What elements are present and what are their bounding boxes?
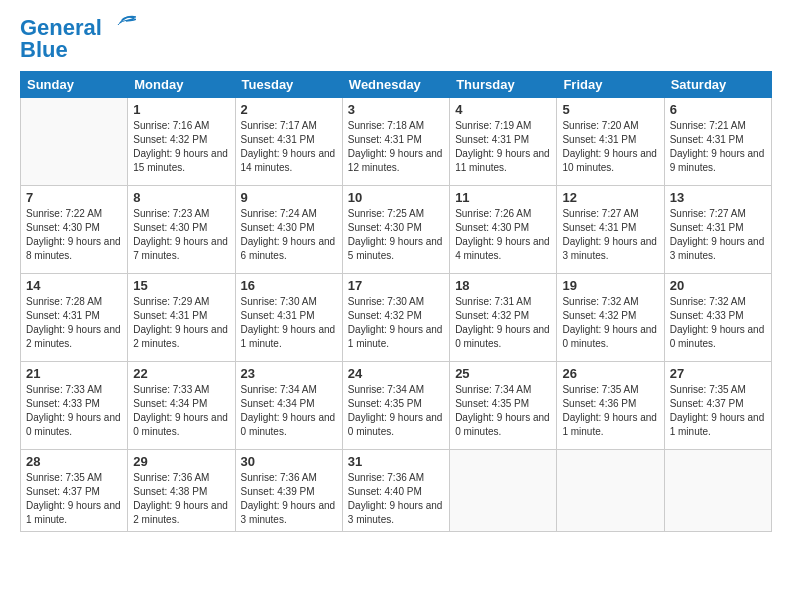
day-info: Sunrise: 7:36 AMSunset: 4:39 PMDaylight:…	[241, 471, 337, 527]
calendar-cell: 29Sunrise: 7:36 AMSunset: 4:38 PMDayligh…	[128, 450, 235, 532]
calendar-cell: 9Sunrise: 7:24 AMSunset: 4:30 PMDaylight…	[235, 186, 342, 274]
calendar-cell	[557, 450, 664, 532]
day-number: 20	[670, 278, 766, 293]
day-info: Sunrise: 7:33 AMSunset: 4:33 PMDaylight:…	[26, 383, 122, 439]
calendar-cell: 25Sunrise: 7:34 AMSunset: 4:35 PMDayligh…	[450, 362, 557, 450]
logo: General Blue	[20, 15, 136, 63]
day-info: Sunrise: 7:34 AMSunset: 4:35 PMDaylight:…	[455, 383, 551, 439]
day-info: Sunrise: 7:31 AMSunset: 4:32 PMDaylight:…	[455, 295, 551, 351]
day-info: Sunrise: 7:32 AMSunset: 4:32 PMDaylight:…	[562, 295, 658, 351]
calendar-week-row-5: 28Sunrise: 7:35 AMSunset: 4:37 PMDayligh…	[21, 450, 772, 532]
calendar-cell: 21Sunrise: 7:33 AMSunset: 4:33 PMDayligh…	[21, 362, 128, 450]
calendar-cell: 15Sunrise: 7:29 AMSunset: 4:31 PMDayligh…	[128, 274, 235, 362]
day-info: Sunrise: 7:30 AMSunset: 4:32 PMDaylight:…	[348, 295, 444, 351]
day-number: 10	[348, 190, 444, 205]
day-number: 26	[562, 366, 658, 381]
day-info: Sunrise: 7:29 AMSunset: 4:31 PMDaylight:…	[133, 295, 229, 351]
page: General Blue SundayMondayTuesdayWednesda…	[0, 0, 792, 612]
calendar-cell: 5Sunrise: 7:20 AMSunset: 4:31 PMDaylight…	[557, 98, 664, 186]
calendar-cell: 18Sunrise: 7:31 AMSunset: 4:32 PMDayligh…	[450, 274, 557, 362]
day-info: Sunrise: 7:24 AMSunset: 4:30 PMDaylight:…	[241, 207, 337, 263]
day-info: Sunrise: 7:35 AMSunset: 4:37 PMDaylight:…	[26, 471, 122, 527]
calendar-cell: 12Sunrise: 7:27 AMSunset: 4:31 PMDayligh…	[557, 186, 664, 274]
day-number: 12	[562, 190, 658, 205]
day-number: 18	[455, 278, 551, 293]
calendar-cell: 4Sunrise: 7:19 AMSunset: 4:31 PMDaylight…	[450, 98, 557, 186]
calendar-cell: 28Sunrise: 7:35 AMSunset: 4:37 PMDayligh…	[21, 450, 128, 532]
day-info: Sunrise: 7:26 AMSunset: 4:30 PMDaylight:…	[455, 207, 551, 263]
day-info: Sunrise: 7:22 AMSunset: 4:30 PMDaylight:…	[26, 207, 122, 263]
calendar-cell: 2Sunrise: 7:17 AMSunset: 4:31 PMDaylight…	[235, 98, 342, 186]
day-number: 17	[348, 278, 444, 293]
day-info: Sunrise: 7:28 AMSunset: 4:31 PMDaylight:…	[26, 295, 122, 351]
calendar-cell	[664, 450, 771, 532]
day-number: 30	[241, 454, 337, 469]
calendar-cell: 13Sunrise: 7:27 AMSunset: 4:31 PMDayligh…	[664, 186, 771, 274]
calendar-cell: 30Sunrise: 7:36 AMSunset: 4:39 PMDayligh…	[235, 450, 342, 532]
calendar-week-row-2: 7Sunrise: 7:22 AMSunset: 4:30 PMDaylight…	[21, 186, 772, 274]
day-number: 19	[562, 278, 658, 293]
day-number: 31	[348, 454, 444, 469]
day-number: 2	[241, 102, 337, 117]
calendar-cell: 20Sunrise: 7:32 AMSunset: 4:33 PMDayligh…	[664, 274, 771, 362]
day-number: 28	[26, 454, 122, 469]
calendar-cell: 19Sunrise: 7:32 AMSunset: 4:32 PMDayligh…	[557, 274, 664, 362]
day-info: Sunrise: 7:19 AMSunset: 4:31 PMDaylight:…	[455, 119, 551, 175]
calendar-cell: 27Sunrise: 7:35 AMSunset: 4:37 PMDayligh…	[664, 362, 771, 450]
day-number: 15	[133, 278, 229, 293]
day-info: Sunrise: 7:20 AMSunset: 4:31 PMDaylight:…	[562, 119, 658, 175]
calendar-cell: 17Sunrise: 7:30 AMSunset: 4:32 PMDayligh…	[342, 274, 449, 362]
day-number: 16	[241, 278, 337, 293]
calendar-cell: 7Sunrise: 7:22 AMSunset: 4:30 PMDaylight…	[21, 186, 128, 274]
calendar-cell: 23Sunrise: 7:34 AMSunset: 4:34 PMDayligh…	[235, 362, 342, 450]
calendar-cell: 31Sunrise: 7:36 AMSunset: 4:40 PMDayligh…	[342, 450, 449, 532]
day-info: Sunrise: 7:27 AMSunset: 4:31 PMDaylight:…	[562, 207, 658, 263]
calendar-header-thursday: Thursday	[450, 72, 557, 98]
day-info: Sunrise: 7:33 AMSunset: 4:34 PMDaylight:…	[133, 383, 229, 439]
day-info: Sunrise: 7:18 AMSunset: 4:31 PMDaylight:…	[348, 119, 444, 175]
day-info: Sunrise: 7:23 AMSunset: 4:30 PMDaylight:…	[133, 207, 229, 263]
calendar-header-sunday: Sunday	[21, 72, 128, 98]
day-number: 29	[133, 454, 229, 469]
day-info: Sunrise: 7:35 AMSunset: 4:36 PMDaylight:…	[562, 383, 658, 439]
day-info: Sunrise: 7:30 AMSunset: 4:31 PMDaylight:…	[241, 295, 337, 351]
day-info: Sunrise: 7:36 AMSunset: 4:40 PMDaylight:…	[348, 471, 444, 527]
logo-bird-icon	[104, 15, 136, 37]
day-info: Sunrise: 7:35 AMSunset: 4:37 PMDaylight:…	[670, 383, 766, 439]
day-info: Sunrise: 7:16 AMSunset: 4:32 PMDaylight:…	[133, 119, 229, 175]
calendar-cell	[21, 98, 128, 186]
calendar-cell: 11Sunrise: 7:26 AMSunset: 4:30 PMDayligh…	[450, 186, 557, 274]
calendar-cell: 6Sunrise: 7:21 AMSunset: 4:31 PMDaylight…	[664, 98, 771, 186]
day-info: Sunrise: 7:21 AMSunset: 4:31 PMDaylight:…	[670, 119, 766, 175]
day-number: 7	[26, 190, 122, 205]
day-number: 25	[455, 366, 551, 381]
calendar-cell: 24Sunrise: 7:34 AMSunset: 4:35 PMDayligh…	[342, 362, 449, 450]
day-number: 8	[133, 190, 229, 205]
calendar-header-saturday: Saturday	[664, 72, 771, 98]
day-info: Sunrise: 7:17 AMSunset: 4:31 PMDaylight:…	[241, 119, 337, 175]
day-info: Sunrise: 7:32 AMSunset: 4:33 PMDaylight:…	[670, 295, 766, 351]
day-number: 27	[670, 366, 766, 381]
calendar-cell: 16Sunrise: 7:30 AMSunset: 4:31 PMDayligh…	[235, 274, 342, 362]
calendar-cell: 22Sunrise: 7:33 AMSunset: 4:34 PMDayligh…	[128, 362, 235, 450]
day-number: 11	[455, 190, 551, 205]
calendar-header-row: SundayMondayTuesdayWednesdayThursdayFrid…	[21, 72, 772, 98]
day-number: 24	[348, 366, 444, 381]
calendar-cell: 1Sunrise: 7:16 AMSunset: 4:32 PMDaylight…	[128, 98, 235, 186]
calendar-week-row-3: 14Sunrise: 7:28 AMSunset: 4:31 PMDayligh…	[21, 274, 772, 362]
header: General Blue	[20, 15, 772, 63]
calendar-header-wednesday: Wednesday	[342, 72, 449, 98]
calendar-cell	[450, 450, 557, 532]
day-number: 23	[241, 366, 337, 381]
day-info: Sunrise: 7:34 AMSunset: 4:35 PMDaylight:…	[348, 383, 444, 439]
day-number: 1	[133, 102, 229, 117]
day-info: Sunrise: 7:36 AMSunset: 4:38 PMDaylight:…	[133, 471, 229, 527]
day-number: 3	[348, 102, 444, 117]
calendar-header-friday: Friday	[557, 72, 664, 98]
day-info: Sunrise: 7:25 AMSunset: 4:30 PMDaylight:…	[348, 207, 444, 263]
day-number: 21	[26, 366, 122, 381]
calendar-cell: 3Sunrise: 7:18 AMSunset: 4:31 PMDaylight…	[342, 98, 449, 186]
calendar-header-tuesday: Tuesday	[235, 72, 342, 98]
day-number: 14	[26, 278, 122, 293]
day-number: 5	[562, 102, 658, 117]
